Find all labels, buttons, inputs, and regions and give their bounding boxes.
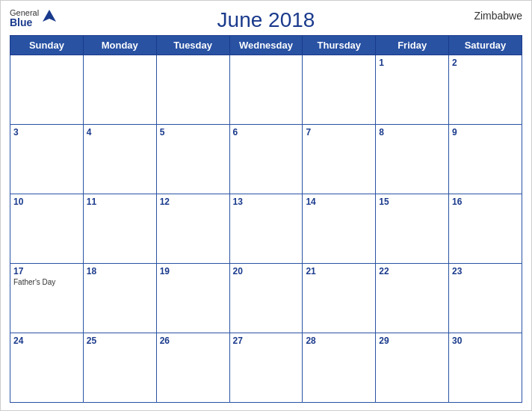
calendar-cell: 29 bbox=[376, 333, 449, 403]
calendar-cell: 12 bbox=[156, 194, 229, 264]
calendar-cell bbox=[83, 55, 156, 125]
day-number: 5 bbox=[160, 127, 226, 137]
calendar-cell: 6 bbox=[229, 125, 303, 194]
logo-area: General Blue bbox=[10, 8, 58, 28]
day-number: 23 bbox=[452, 266, 519, 276]
calendar-week-row: 24252627282930 bbox=[10, 333, 522, 403]
calendar-cell: 28 bbox=[303, 333, 376, 403]
calendar-week-row: 12 bbox=[10, 55, 522, 125]
calendar-cell: 30 bbox=[449, 333, 522, 403]
calendar-cell: 8 bbox=[376, 125, 449, 194]
day-number: 10 bbox=[13, 197, 80, 207]
day-number: 30 bbox=[452, 336, 519, 346]
svg-marker-0 bbox=[43, 10, 56, 22]
calendar-cell: 2 bbox=[449, 55, 522, 125]
calendar-cell: 26 bbox=[156, 333, 229, 403]
header-wednesday: Wednesday bbox=[229, 36, 303, 55]
calendar-cell: 24 bbox=[10, 333, 84, 403]
logo-blue: Blue bbox=[10, 17, 39, 28]
header-sunday: Sunday bbox=[10, 36, 84, 55]
calendar-cell: 7 bbox=[303, 125, 376, 194]
calendar-cell: 17Father's Day bbox=[10, 264, 84, 333]
calendar-cell: 11 bbox=[83, 194, 156, 264]
header-tuesday: Tuesday bbox=[156, 36, 229, 55]
calendar-cell bbox=[229, 55, 303, 125]
day-number: 9 bbox=[452, 127, 519, 137]
day-number: 16 bbox=[452, 197, 519, 207]
calendar-week-row: 3456789 bbox=[10, 125, 522, 194]
calendar-cell: 23 bbox=[449, 264, 522, 333]
day-number: 15 bbox=[379, 197, 445, 207]
day-number: 6 bbox=[233, 127, 300, 137]
day-number: 13 bbox=[233, 197, 300, 207]
day-number: 28 bbox=[306, 336, 372, 346]
event-label: Father's Day bbox=[13, 278, 80, 286]
calendar-cell: 1 bbox=[376, 55, 449, 125]
day-number: 1 bbox=[379, 58, 445, 68]
day-number: 22 bbox=[379, 266, 445, 276]
calendar-container: General Blue June 2018 Zimbabwe Sunday M… bbox=[0, 0, 532, 411]
day-number: 7 bbox=[306, 127, 372, 137]
calendar-cell: 4 bbox=[83, 125, 156, 194]
calendar-cell: 14 bbox=[303, 194, 376, 264]
day-number: 29 bbox=[379, 336, 445, 346]
calendar-table: Sunday Monday Tuesday Wednesday Thursday… bbox=[10, 35, 522, 403]
country-label: Zimbabwe bbox=[474, 10, 522, 22]
day-number: 20 bbox=[233, 266, 300, 276]
calendar-cell: 22 bbox=[376, 264, 449, 333]
day-number: 18 bbox=[87, 266, 153, 276]
calendar-week-row: 17Father's Day181920212223 bbox=[10, 264, 522, 333]
day-number: 11 bbox=[87, 197, 153, 207]
header-thursday: Thursday bbox=[303, 36, 376, 55]
calendar-cell: 16 bbox=[449, 194, 522, 264]
calendar-cell: 20 bbox=[229, 264, 303, 333]
calendar-cell: 21 bbox=[303, 264, 376, 333]
header-friday: Friday bbox=[376, 36, 449, 55]
header-monday: Monday bbox=[83, 36, 156, 55]
calendar-title: June 2018 bbox=[217, 8, 315, 32]
day-number: 26 bbox=[160, 336, 226, 346]
day-number: 17 bbox=[13, 266, 80, 276]
calendar-week-row: 10111213141516 bbox=[10, 194, 522, 264]
calendar-cell: 19 bbox=[156, 264, 229, 333]
day-number: 4 bbox=[87, 127, 153, 137]
calendar-cell: 25 bbox=[83, 333, 156, 403]
calendar-cell bbox=[303, 55, 376, 125]
day-number: 8 bbox=[379, 127, 445, 137]
logo-bird-icon bbox=[41, 8, 58, 28]
day-number: 19 bbox=[160, 266, 226, 276]
day-number: 2 bbox=[452, 58, 519, 68]
calendar-cell bbox=[10, 55, 84, 125]
header-row: General Blue June 2018 Zimbabwe bbox=[10, 8, 522, 32]
calendar-cell: 3 bbox=[10, 125, 84, 194]
calendar-cell: 9 bbox=[449, 125, 522, 194]
day-number: 14 bbox=[306, 197, 372, 207]
day-number: 3 bbox=[13, 127, 80, 137]
day-number: 21 bbox=[306, 266, 372, 276]
calendar-cell bbox=[156, 55, 229, 125]
day-number: 27 bbox=[233, 336, 300, 346]
calendar-cell: 10 bbox=[10, 194, 84, 264]
day-number: 12 bbox=[160, 197, 226, 207]
calendar-cell: 15 bbox=[376, 194, 449, 264]
calendar-cell: 27 bbox=[229, 333, 303, 403]
calendar-cell: 5 bbox=[156, 125, 229, 194]
calendar-cell: 18 bbox=[83, 264, 156, 333]
weekday-header-row: Sunday Monday Tuesday Wednesday Thursday… bbox=[10, 36, 522, 55]
calendar-cell: 13 bbox=[229, 194, 303, 264]
day-number: 24 bbox=[13, 336, 80, 346]
day-number: 25 bbox=[87, 336, 153, 346]
header-saturday: Saturday bbox=[449, 36, 522, 55]
